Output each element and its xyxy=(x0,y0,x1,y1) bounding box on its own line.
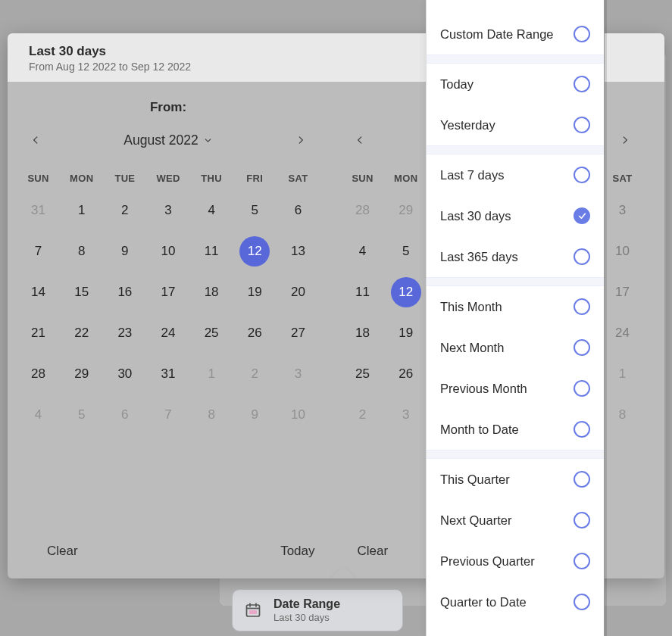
calendar-day[interactable]: 15 xyxy=(60,278,103,307)
calendar-day[interactable]: 9 xyxy=(103,237,146,266)
calendar-day[interactable]: 10 xyxy=(277,401,320,429)
calendar-day[interactable]: 17 xyxy=(146,278,189,307)
calendar-day[interactable]: 23 xyxy=(103,319,146,348)
calendar-day[interactable]: 25 xyxy=(190,319,233,348)
calendar-day[interactable]: 5 xyxy=(60,401,103,429)
date-range-chip[interactable]: Date Range Last 30 days xyxy=(232,589,403,631)
calendar-day[interactable]: 19 xyxy=(233,278,277,307)
calendar-day[interactable]: 24 xyxy=(146,319,189,348)
calendar-day[interactable]: 6 xyxy=(277,196,320,225)
calendar-day[interactable]: 2 xyxy=(233,360,277,388)
calendar-day[interactable]: 30 xyxy=(103,360,146,388)
from-clear-button[interactable]: Clear xyxy=(47,544,78,559)
preset-option[interactable]: Previous Month xyxy=(427,368,604,409)
calendar-day[interactable]: 19 xyxy=(384,319,427,348)
preset-option[interactable]: Next Month xyxy=(427,327,604,368)
preset-option[interactable]: Today xyxy=(427,64,604,104)
calendar-day[interactable]: 14 xyxy=(17,278,60,307)
calendar-day[interactable]: 4 xyxy=(190,196,233,225)
calendar-day[interactable]: 3 xyxy=(146,196,189,225)
calendar-day[interactable]: 21 xyxy=(17,319,60,348)
preset-option[interactable]: Next Quarter xyxy=(427,500,604,541)
calendar-day[interactable]: 4 xyxy=(341,237,384,266)
calendar-day[interactable]: 17 xyxy=(601,278,644,307)
calendar-day[interactable]: 27 xyxy=(277,319,320,348)
preset-option[interactable]: Custom Date Range xyxy=(427,14,604,55)
calendar-day[interactable]: 11 xyxy=(341,278,384,307)
from-label: From: xyxy=(17,100,320,115)
calendar-day[interactable]: 24 xyxy=(601,319,644,348)
calendar-day[interactable]: 3 xyxy=(277,360,320,388)
calendar-day[interactable]: 9 xyxy=(233,401,277,429)
calendar-day[interactable]: 8 xyxy=(60,237,103,266)
preset-option[interactable]: This Month xyxy=(427,286,604,327)
chevron-left-icon xyxy=(30,135,41,145)
calendar-day[interactable]: 1 xyxy=(190,360,233,388)
calendar-day[interactable]: 29 xyxy=(384,196,427,225)
calendar-day[interactable]: 8 xyxy=(601,401,644,429)
preset-option-label: Next Quarter xyxy=(440,513,511,528)
preset-option[interactable]: Quarter to Date xyxy=(427,581,604,622)
calendar-day[interactable]: 5 xyxy=(233,196,277,225)
calendar-day[interactable]: 26 xyxy=(384,360,427,388)
calendar-day[interactable]: 12 xyxy=(233,237,277,266)
to-next-month-button[interactable] xyxy=(614,129,636,151)
calendar-day[interactable]: 5 xyxy=(384,237,427,266)
from-next-month-button[interactable] xyxy=(289,129,312,151)
calendar-day[interactable]: 2 xyxy=(341,401,384,429)
calendar-day[interactable]: 8 xyxy=(190,401,233,429)
calendar-day[interactable]: 16 xyxy=(103,278,146,307)
preset-group-divider xyxy=(427,277,604,286)
calendar-day[interactable]: 10 xyxy=(601,237,644,266)
to-prev-month-button[interactable] xyxy=(349,129,371,151)
from-calendar: From: August 2022 SUNMONTUEWEDTHUFRISAT … xyxy=(17,100,320,429)
radio-icon xyxy=(574,167,590,183)
calendar-day[interactable]: 1 xyxy=(60,196,103,225)
calendar-day[interactable]: 11 xyxy=(190,237,233,266)
calendar-day[interactable]: 13 xyxy=(277,237,320,266)
radio-icon xyxy=(574,339,590,356)
from-prev-month-button[interactable] xyxy=(24,129,47,151)
preset-group-divider xyxy=(427,450,604,459)
preset-option[interactable]: This Quarter xyxy=(427,459,604,500)
from-today-button[interactable]: Today xyxy=(280,544,314,559)
radio-checked-icon xyxy=(574,207,590,224)
radio-icon xyxy=(574,471,590,488)
chip-subtitle: Last 30 days xyxy=(273,612,340,623)
calendar-day[interactable]: 7 xyxy=(17,237,60,266)
calendar-day[interactable]: 28 xyxy=(341,196,384,225)
chevron-right-icon xyxy=(295,135,306,145)
radio-icon xyxy=(574,26,590,42)
calendar-day[interactable]: 26 xyxy=(233,319,277,348)
to-clear-button[interactable]: Clear xyxy=(358,544,389,559)
weekday-label: SUN xyxy=(17,173,60,184)
calendar-day[interactable]: 10 xyxy=(146,237,189,266)
preset-option[interactable]: Month to Date xyxy=(427,409,604,450)
calendar-day[interactable]: 20 xyxy=(277,278,320,307)
calendar-day[interactable]: 22 xyxy=(60,319,103,348)
calendar-day[interactable]: 29 xyxy=(60,360,103,388)
calendar-day[interactable]: 6 xyxy=(103,401,146,429)
calendar-day[interactable]: 12 xyxy=(384,278,427,307)
calendar-day[interactable]: 18 xyxy=(341,319,384,348)
calendar-day[interactable]: 3 xyxy=(601,196,644,225)
calendar-day[interactable]: 3 xyxy=(384,401,427,429)
calendar-day[interactable]: 18 xyxy=(190,278,233,307)
preset-option[interactable]: Last 365 days xyxy=(427,236,604,277)
preset-option[interactable]: Previous Quarter xyxy=(427,541,604,581)
preset-option[interactable]: Last 7 days xyxy=(427,154,604,195)
from-month-selector[interactable]: August 2022 xyxy=(123,132,212,148)
calendar-day[interactable]: 28 xyxy=(17,360,60,388)
calendar-day[interactable]: 31 xyxy=(146,360,189,388)
calendar-day[interactable]: 2 xyxy=(103,196,146,225)
preset-option[interactable]: Yesterday xyxy=(427,104,604,145)
calendar-day[interactable]: 25 xyxy=(341,360,384,388)
calendar-day[interactable]: 31 xyxy=(17,196,60,225)
weekday-label: TUE xyxy=(103,173,146,184)
calendar-day[interactable]: 7 xyxy=(146,401,189,429)
calendar-day[interactable]: 1 xyxy=(601,360,644,388)
calendar-day[interactable]: 4 xyxy=(17,401,60,429)
preset-option[interactable]: Last 30 days xyxy=(427,195,604,236)
svg-rect-4 xyxy=(249,610,257,614)
preset-option-label: Previous Quarter xyxy=(440,554,535,569)
